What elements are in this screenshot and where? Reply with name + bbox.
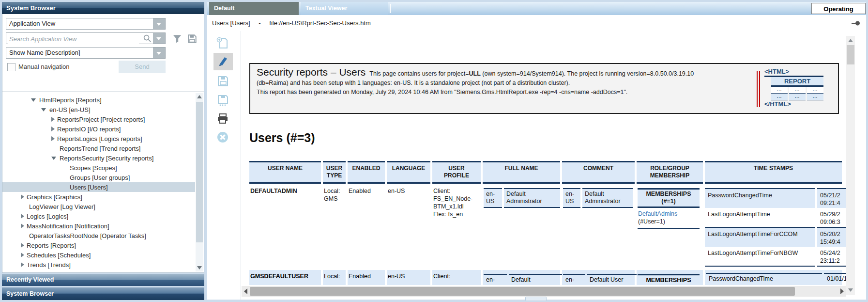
col-comment: COMMENT — [562, 161, 635, 184]
scroll-down-arrow-icon[interactable] — [848, 288, 853, 292]
tree-item-schedules[interactable]: Schedules [Schedules] — [2, 250, 195, 260]
report-vertical-scrollbar[interactable] — [846, 36, 855, 295]
tree-item-en-us[interactable]: en-US [en-US] — [2, 105, 195, 114]
system-browser-panel-header[interactable]: System Browser — [2, 287, 204, 300]
tree-item-reportsio[interactable]: ReportsIO [I/O reports] — [2, 124, 195, 134]
tab-separator — [390, 4, 391, 13]
tree-item-logviewer[interactable]: LogViewer [Log Viewer] — [2, 202, 195, 211]
scroll-right-arrow-icon[interactable] — [840, 288, 844, 294]
manual-navigation-checkbox[interactable] — [7, 63, 15, 71]
tree-item-label: ReportsSecurity [Security reports] — [60, 155, 153, 162]
report-horizontal-scrollbar[interactable] — [242, 286, 846, 297]
collapse-arrow-icon[interactable] — [31, 98, 36, 102]
tree-scrollbar[interactable] — [196, 93, 203, 271]
view-selector-dropdown-arrow-icon[interactable] — [153, 18, 165, 29]
pin-icon[interactable] — [852, 20, 860, 29]
view-selector[interactable]: Application View — [6, 18, 166, 30]
collapse-arrow-icon[interactable] — [41, 108, 46, 111]
new-report-icon[interactable] — [216, 36, 230, 51]
expand-arrow-icon[interactable] — [21, 243, 24, 248]
splitter-grip[interactable] — [525, 297, 547, 301]
save-as-report-icon[interactable] — [216, 94, 230, 108]
tree-item-label: Users [Users] — [70, 184, 108, 191]
scrollbar-thumb[interactable] — [196, 102, 203, 242]
report-header-text: Security reports – UsersThis page contai… — [257, 67, 722, 97]
tree-item-label: Trends [Trends] — [27, 261, 71, 269]
expand-arrow-icon[interactable] — [21, 214, 24, 219]
filter-icon[interactable] — [172, 33, 183, 44]
save-report-icon[interactable] — [216, 74, 230, 89]
comment-lang: en-US — [563, 188, 580, 208]
view-selector-value: Application View — [6, 18, 165, 29]
tree-item-reportslogics[interactable]: ReportsLogics [Logics reports] — [2, 134, 195, 143]
print-report-icon[interactable] — [216, 112, 230, 127]
col-role-group-membership: ROLE/GROUP MEMBERSHIP — [637, 161, 703, 184]
cell-comment: en- Default User — [562, 270, 635, 285]
tree-item-logics[interactable]: Logics [Logics] — [2, 211, 195, 221]
tree-item-reportstrend[interactable]: ReportsTrend [Trend reports] — [2, 143, 195, 153]
expand-arrow-icon[interactable] — [51, 117, 55, 122]
expand-arrow-icon[interactable] — [51, 127, 55, 131]
col-user-type: USER TYPE — [323, 161, 346, 184]
display-mode-selector[interactable]: Show Name [Description] — [6, 47, 166, 59]
comment-value: Default Administrator — [582, 188, 633, 208]
logo-red-bars — [757, 71, 760, 107]
expand-arrow-icon[interactable] — [21, 262, 24, 267]
timestamps-table: PasswordChangedTime05/21/209:21:4LastLog… — [705, 188, 846, 267]
tree-item-reports[interactable]: Reports [Reports] — [2, 240, 195, 250]
tree-item-scopes[interactable]: Scopes [Scopes] — [2, 163, 195, 173]
collapse-arrow-icon[interactable] — [51, 157, 56, 160]
search-input[interactable] — [8, 33, 139, 44]
logo-cell: ... — [771, 87, 788, 94]
scroll-up-arrow-icon[interactable] — [848, 39, 853, 42]
expand-arrow-icon[interactable] — [21, 253, 24, 257]
tree-item-label: ReportsTrend [Trend reports] — [60, 145, 140, 152]
report-header-box: Security reports – UsersThis page contai… — [249, 63, 839, 114]
scroll-up-arrow-icon[interactable] — [197, 95, 202, 98]
edit-report-icon[interactable] — [213, 53, 233, 70]
cell-membership: MEMBERSHIPS (#=1) DefaultAdmins (#User=1… — [637, 185, 703, 270]
membership-link[interactable]: DefaultAdmins — [638, 210, 699, 218]
tree-item-htmlreports[interactable]: HtmlReports [Reports] — [2, 95, 195, 105]
tree-item-label: Logics [Logics] — [27, 213, 68, 220]
report-toolbar — [207, 31, 241, 300]
tree-item-massnotification[interactable]: MassNotification [Notification] — [2, 221, 195, 231]
operating-mode-button[interactable]: Operating — [811, 3, 866, 14]
send-button[interactable]: Send — [119, 61, 166, 73]
expand-arrow-icon[interactable] — [21, 223, 24, 228]
save-filter-icon[interactable] — [187, 33, 198, 44]
recently-viewed-panel-header[interactable]: Recently Viewed — [2, 274, 204, 286]
tree-item-groups[interactable]: Groups [User groups] — [2, 173, 195, 182]
breadcrumb-object: Users [Users] — [212, 19, 250, 27]
tab-default[interactable]: Default — [209, 2, 299, 15]
tree-item-reportssecurity[interactable]: ReportsSecurity [Security reports] — [2, 153, 195, 163]
membership-header: MEMBERSHIPS (#=1) — [638, 188, 700, 208]
tree-item-trends[interactable]: Trends [Trends] — [2, 260, 195, 270]
expand-arrow-icon[interactable] — [51, 136, 55, 141]
timestamp-value: 05/21/209:21:4 — [817, 188, 846, 208]
scrollbar-thumb[interactable] — [250, 287, 795, 296]
system-tree: HtmlReports [Reports]en-US [en-US]Report… — [2, 95, 195, 271]
cell-time-stamps: PasswordChangedTime05/21/209:21:4LastLog… — [705, 185, 842, 270]
cell-user-profile: Client: — [432, 270, 481, 285]
scroll-left-arrow-icon[interactable] — [244, 288, 247, 294]
display-mode-dropdown-arrow-icon[interactable] — [153, 48, 165, 58]
cell-language: en-US — [387, 185, 430, 270]
tree-item-graphics[interactable]: Graphics [Graphics] — [2, 192, 195, 202]
report-content-area: Security reports – UsersThis page contai… — [207, 31, 866, 300]
html-report-logo: <HTML> REPORT ... ... ... ... ... ... </… — [757, 68, 830, 111]
tree-item-label: ReportsIO [I/O reports] — [57, 126, 121, 133]
search-dropdown-arrow-icon[interactable] — [153, 33, 165, 44]
scroll-down-arrow-icon[interactable] — [197, 266, 202, 270]
col-time-stamps: TIME STAMPS — [705, 161, 842, 184]
timestamp-row: PasswordChangedTime05/21/209:21:4 — [705, 188, 846, 208]
scrollbar-thumb[interactable] — [847, 45, 854, 64]
tree-item-reportsproject[interactable]: ReportsProject [Project reports] — [2, 114, 195, 124]
expand-arrow-icon[interactable] — [21, 194, 24, 199]
tree-item-users[interactable]: Users [Users] — [2, 182, 195, 192]
report-viewport: Security reports – UsersThis page contai… — [242, 31, 846, 285]
tab-textual-viewer[interactable]: Textual Viewer — [301, 2, 388, 15]
cancel-report-icon[interactable] — [216, 130, 230, 145]
tree-item-operatortasksrootnode[interactable]: OperatorTasksRootNode [Operator Tasks] — [2, 231, 195, 240]
tree-item-label: HtmlReports [Reports] — [39, 96, 102, 104]
